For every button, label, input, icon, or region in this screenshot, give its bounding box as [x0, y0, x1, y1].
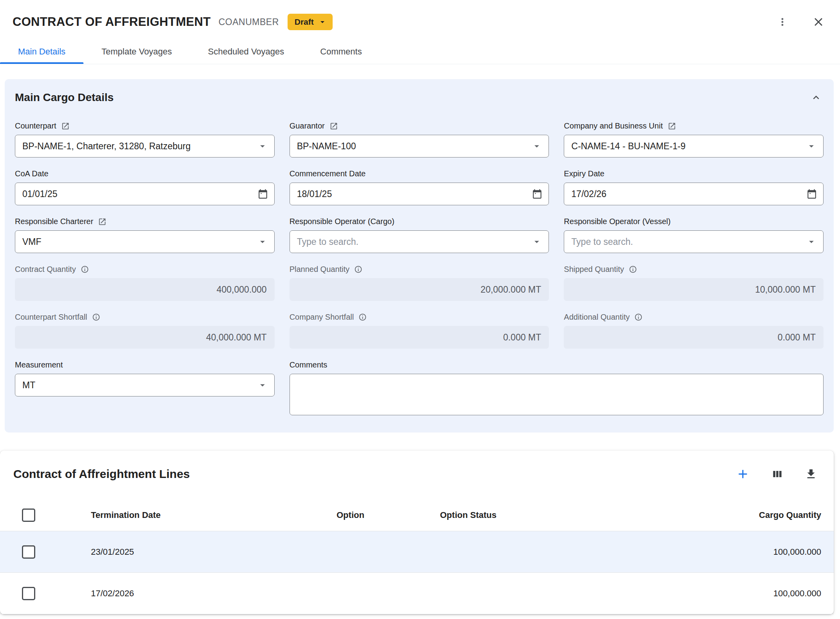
- download-button[interactable]: [803, 466, 819, 482]
- tab-comments[interactable]: Comments: [302, 39, 380, 64]
- add-line-button[interactable]: [734, 465, 751, 483]
- row-checkbox[interactable]: [22, 545, 35, 559]
- expiry-date-label: Expiry Date: [564, 169, 604, 178]
- table-row[interactable]: 17/02/2026 100,000.000: [0, 573, 834, 614]
- contract-quantity-label: Contract Quantity: [15, 265, 76, 274]
- company-shortfall-label: Company Shortfall: [290, 313, 354, 322]
- info-icon[interactable]: [358, 313, 367, 321]
- responsible-operator-cargo-select[interactable]: Type to search.: [290, 230, 549, 253]
- tab-template-voyages[interactable]: Template Voyages: [83, 39, 190, 64]
- info-icon[interactable]: [92, 313, 100, 321]
- col-option-status[interactable]: Option Status: [440, 510, 655, 520]
- section-title-main-cargo: Main Cargo Details: [15, 91, 114, 104]
- additional-quantity-field: Additional Quantity 0.000 MT: [564, 313, 824, 349]
- kebab-menu-icon: [777, 16, 788, 28]
- contract-quantity-value: 400,000.000: [15, 278, 275, 301]
- coa-date-field: CoA Date 01/01/25: [15, 169, 275, 205]
- responsible-operator-cargo-label: Responsible Operator (Cargo): [290, 217, 395, 226]
- download-icon: [805, 468, 817, 480]
- guarantor-select[interactable]: BP-NAME-100: [290, 135, 549, 157]
- section-title-lines: Contract of Affreightment Lines: [13, 467, 190, 481]
- col-option[interactable]: Option: [337, 510, 440, 520]
- lines-table-header: Termination Date Option Option Status Ca…: [0, 499, 834, 531]
- calendar-icon[interactable]: [807, 189, 817, 199]
- tab-main-details[interactable]: Main Details: [0, 39, 83, 64]
- measurement-select[interactable]: MT: [15, 374, 275, 396]
- coa-date-label: CoA Date: [15, 169, 49, 178]
- expiry-date-field: Expiry Date 17/02/26: [564, 169, 824, 205]
- main-cargo-details-section: Main Cargo Details Counterpart BP-NAME-1…: [5, 79, 834, 433]
- table-row[interactable]: 23/01/2025 100,000.000: [0, 531, 834, 573]
- planned-quantity-label: Planned Quantity: [290, 265, 349, 274]
- responsible-charterer-select[interactable]: VMF: [15, 230, 275, 253]
- cell-termination-date: 17/02/2026: [91, 588, 337, 599]
- col-termination-date[interactable]: Termination Date: [91, 510, 337, 520]
- info-icon[interactable]: [81, 265, 89, 273]
- chevron-up-icon: [810, 92, 822, 103]
- chevron-down-icon: [531, 236, 542, 247]
- company-shortfall-field: Company Shortfall 0.000 MT: [290, 313, 549, 349]
- expiry-date-input[interactable]: 17/02/26: [564, 183, 824, 205]
- comments-field: Comments: [290, 360, 824, 417]
- counterpart-shortfall-label: Counterpart Shortfall: [15, 313, 87, 322]
- company-business-unit-field: Company and Business Unit C-NAME-14 - BU…: [564, 121, 824, 157]
- commencement-date-input[interactable]: 18/01/25: [290, 183, 549, 205]
- lines-table: Termination Date Option Option Status Ca…: [0, 499, 834, 614]
- shipped-quantity-field: Shipped Quantity 10,000.000 MT: [564, 265, 824, 301]
- status-badge: Draft: [295, 17, 314, 27]
- responsible-operator-cargo-field: Responsible Operator (Cargo) Type to sea…: [290, 217, 549, 253]
- chevron-down-icon: [806, 236, 817, 247]
- status-dropdown[interactable]: Draft: [288, 14, 333, 30]
- guarantor-label: Guarantor: [290, 121, 325, 130]
- commencement-date-field: Commencement Date 18/01/25: [290, 169, 549, 205]
- chevron-down-icon: [257, 380, 268, 391]
- external-link-icon[interactable]: [98, 217, 107, 226]
- collapse-section-button[interactable]: [809, 90, 824, 105]
- planned-quantity-value: 20,000.000 MT: [290, 278, 549, 301]
- page-title: CONTRACT OF AFFREIGHTMENT: [13, 15, 211, 29]
- company-business-unit-select[interactable]: C-NAME-14 - BU-NAME-1-9: [564, 135, 824, 157]
- tab-scheduled-voyages[interactable]: Scheduled Voyages: [190, 39, 302, 64]
- col-cargo-quantity[interactable]: Cargo Quantity: [655, 510, 834, 520]
- comments-textarea[interactable]: [290, 374, 824, 415]
- external-link-icon[interactable]: [61, 122, 70, 130]
- commencement-date-label: Commencement Date: [290, 169, 366, 178]
- responsible-operator-vessel-field: Responsible Operator (Vessel) Type to se…: [564, 217, 824, 253]
- calendar-icon[interactable]: [258, 189, 268, 199]
- responsible-operator-vessel-select[interactable]: Type to search.: [564, 230, 824, 253]
- cell-cargo-quantity: 100,000.000: [655, 547, 834, 557]
- info-icon[interactable]: [354, 265, 362, 273]
- counterpart-label: Counterpart: [15, 121, 56, 130]
- info-icon[interactable]: [634, 313, 643, 321]
- dialog-header: CONTRACT OF AFFREIGHTMENT COANUMBER Draf…: [0, 0, 840, 39]
- row-checkbox[interactable]: [22, 587, 35, 600]
- close-button[interactable]: [810, 14, 827, 30]
- contract-quantity-field: Contract Quantity 400,000.000: [15, 265, 275, 301]
- external-link-icon[interactable]: [329, 122, 338, 130]
- tab-bar: Main Details Template Voyages Scheduled …: [0, 39, 840, 64]
- cell-termination-date: 23/01/2025: [91, 547, 337, 557]
- external-link-icon[interactable]: [668, 122, 676, 130]
- calendar-icon[interactable]: [532, 189, 542, 199]
- planned-quantity-field: Planned Quantity 20,000.000 MT: [290, 265, 549, 301]
- close-icon: [812, 15, 825, 29]
- additional-quantity-value: 0.000 MT: [564, 326, 824, 349]
- chevron-down-icon: [806, 141, 817, 152]
- coa-date-input[interactable]: 01/01/25: [15, 183, 275, 205]
- company-business-unit-label: Company and Business Unit: [564, 121, 663, 130]
- measurement-field: Measurement MT: [15, 360, 275, 417]
- counterpart-select[interactable]: BP-NAME-1, Charterer, 31280, Ratzeburg: [15, 135, 275, 157]
- counterpart-shortfall-value: 40,000.000 MT: [15, 326, 275, 349]
- columns-button[interactable]: [769, 466, 785, 482]
- columns-icon: [771, 468, 784, 480]
- comments-label: Comments: [290, 360, 328, 369]
- info-icon[interactable]: [629, 265, 637, 273]
- chevron-down-icon: [257, 141, 268, 152]
- responsible-charterer-label: Responsible Charterer: [15, 217, 93, 226]
- select-all-checkbox[interactable]: [22, 509, 35, 522]
- counterpart-field: Counterpart BP-NAME-1, Charterer, 31280,…: [15, 121, 275, 157]
- responsible-charterer-field: Responsible Charterer VMF: [15, 217, 275, 253]
- more-menu-button[interactable]: [775, 14, 790, 29]
- chevron-down-icon: [318, 17, 327, 27]
- counterpart-shortfall-field: Counterpart Shortfall 40,000.000 MT: [15, 313, 275, 349]
